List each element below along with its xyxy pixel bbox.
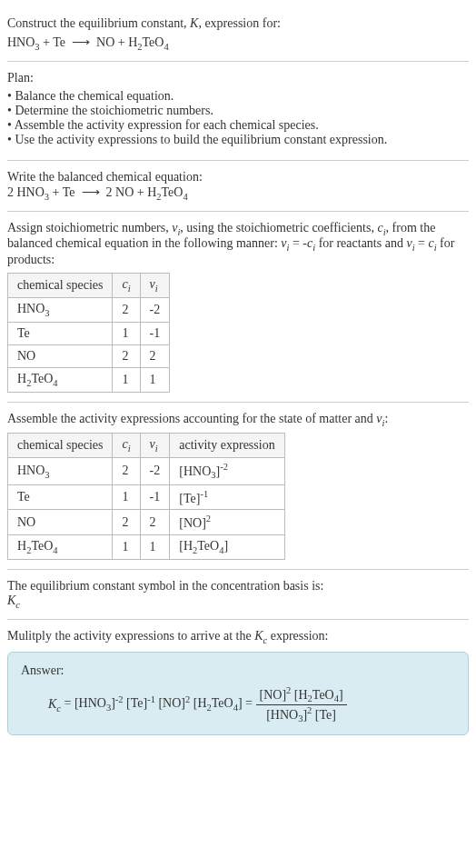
cell-activity: [Te]-1: [170, 484, 284, 510]
activity-table: chemical species ci νi activity expressi…: [7, 433, 285, 559]
cell-species: HNO3: [8, 297, 113, 322]
table-row: H2TeO4 1 1: [8, 367, 170, 392]
table-row: NO 2 2 [NO]2: [8, 510, 285, 535]
answer-numerator: [NO]2 [H2TeO4]: [256, 685, 347, 704]
cell-vi: 2: [140, 344, 170, 367]
answer-fraction: [NO]2 [H2TeO4] [HNO3]2 [Te]: [256, 685, 347, 723]
balanced-equation: 2 HNO3 + Te ⟶ 2 NO + H2TeO4: [7, 185, 469, 202]
col-ci: ci: [113, 274, 140, 298]
plan-title: Plan:: [7, 71, 469, 85]
activity-intro: Assemble the activity expressions accoun…: [7, 412, 469, 428]
cell-ci: 2: [113, 510, 140, 535]
answer-expression: Kc = [HNO3]-2 [Te]-1 [NO]2 [H2TeO4] = [N…: [21, 685, 455, 723]
cell-activity: [NO]2: [170, 510, 284, 535]
cell-species: NO: [8, 510, 113, 535]
col-ci: ci: [113, 434, 140, 458]
balanced-title: Write the balanced chemical equation:: [7, 170, 469, 185]
table-header-row: chemical species ci νi activity expressi…: [8, 434, 285, 458]
cell-ci: 2: [113, 297, 140, 322]
plan-item: Assemble the activity expression for eac…: [7, 118, 469, 133]
multiply-section: Mulitply the activity expressions to arr…: [7, 620, 469, 745]
cell-vi: 1: [140, 367, 170, 392]
answer-box: Answer: Kc = [HNO3]-2 [Te]-1 [NO]2 [H2Te…: [7, 652, 469, 735]
cell-activity: [H2TeO4]: [170, 534, 284, 559]
cell-vi: -2: [140, 297, 170, 322]
plan-list: Balance the chemical equation. Determine…: [7, 89, 469, 147]
cell-ci: 1: [113, 367, 140, 392]
answer-label: Answer:: [21, 663, 455, 678]
cell-species: HNO3: [8, 458, 113, 484]
symbol-section: The equilibrium constant symbol in the c…: [7, 570, 469, 620]
table-row: HNO3 2 -2 [HNO3]-2: [8, 458, 285, 484]
table-row: HNO3 2 -2: [8, 297, 170, 322]
cell-vi: -1: [140, 322, 170, 344]
balanced-section: Write the balanced chemical equation: 2 …: [7, 161, 469, 212]
table-row: NO 2 2: [8, 344, 170, 367]
plan-item: Determine the stoichiometric numbers.: [7, 104, 469, 118]
construct-title: Construct the equilibrium constant, K, e…: [7, 16, 469, 31]
stoich-table: chemical species ci νi HNO3 2 -2 Te 1 -1…: [7, 273, 170, 392]
table-row: H2TeO4 1 1 [H2TeO4]: [8, 534, 285, 559]
col-species: chemical species: [8, 274, 113, 298]
cell-vi: -1: [140, 484, 170, 510]
table-row: Te 1 -1 [Te]-1: [8, 484, 285, 510]
cell-ci: 2: [113, 458, 140, 484]
cell-species: Te: [8, 322, 113, 344]
col-vi: νi: [140, 274, 170, 298]
table-header-row: chemical species ci νi: [8, 274, 170, 298]
plan-item: Use the activity expressions to build th…: [7, 133, 469, 147]
col-vi: νi: [140, 434, 170, 458]
activity-section: Assemble the activity expressions accoun…: [7, 403, 469, 570]
cell-ci: 1: [113, 484, 140, 510]
symbol-title: The equilibrium constant symbol in the c…: [7, 579, 469, 594]
stoich-section: Assign stoichiometric numbers, νi, using…: [7, 212, 469, 403]
answer-denominator: [HNO3]2 [Te]: [256, 705, 347, 723]
plan-section: Plan: Balance the chemical equation. Det…: [7, 62, 469, 161]
cell-activity: [HNO3]-2: [170, 458, 284, 484]
cell-species: NO: [8, 344, 113, 367]
header-section: Construct the equilibrium constant, K, e…: [7, 7, 469, 62]
unbalanced-equation: HNO3 + Te ⟶ NO + H2TeO4: [7, 35, 469, 52]
col-species: chemical species: [8, 434, 113, 458]
cell-vi: -2: [140, 458, 170, 484]
cell-ci: 2: [113, 344, 140, 367]
cell-species: H2TeO4: [8, 367, 113, 392]
multiply-title: Mulitply the activity expressions to arr…: [7, 629, 469, 645]
plan-item: Balance the chemical equation.: [7, 89, 469, 104]
cell-species: H2TeO4: [8, 534, 113, 559]
cell-ci: 1: [113, 534, 140, 559]
cell-vi: 2: [140, 510, 170, 535]
symbol-value: Kc: [7, 594, 469, 610]
cell-vi: 1: [140, 534, 170, 559]
stoich-intro: Assign stoichiometric numbers, νi, using…: [7, 221, 469, 268]
col-activity: activity expression: [170, 434, 284, 458]
cell-species: Te: [8, 484, 113, 510]
table-row: Te 1 -1: [8, 322, 170, 344]
cell-ci: 1: [113, 322, 140, 344]
